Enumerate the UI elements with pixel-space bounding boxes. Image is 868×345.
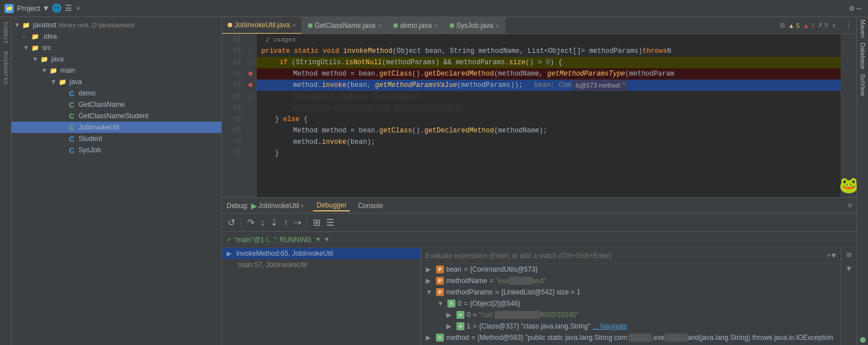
code-62-params: (Object bean, String methodName, List<Ob… <box>392 45 642 57</box>
project-label[interactable]: Project <box>17 4 40 13</box>
debug-layout-icon[interactable]: ⊞ <box>846 250 851 260</box>
stack-item-0[interactable]: ▶ invokeMethod:65, JobInvokeUtil <box>222 248 421 259</box>
tree-demo-label: demo <box>79 89 96 97</box>
debug-evaluate-btn[interactable]: ⊞ <box>312 216 322 229</box>
var-bean-expand[interactable]: ▶ <box>426 265 434 273</box>
debug-settings-btn[interactable]: ⚙ <box>848 201 852 210</box>
var-method[interactable]: ▶ ≡ method = {Method@583} "public static… <box>421 332 841 343</box>
thread-dropdown-btn[interactable]: ▼ <box>325 236 329 244</box>
line-68-gutter: 68 <box>222 114 256 125</box>
var-arr0-expand[interactable]: ▼ <box>437 300 445 307</box>
debug-resume-btn[interactable]: ↺ <box>227 216 236 229</box>
code-line-70: method.invoke(bean); <box>257 136 841 148</box>
var-cls-expand[interactable]: ▶ <box>446 322 454 330</box>
eval-add-btn[interactable]: + <box>826 251 831 260</box>
var-curl[interactable]: ▶ ≡ 0 = "curl 8000/33345" <box>421 309 841 321</box>
line-64-gutter: 64 ● <box>222 68 256 80</box>
tree-student[interactable]: C Student <box>11 133 221 144</box>
sidebar-commit-icon[interactable]: Commit <box>1 19 10 47</box>
minimize-icon[interactable]: — <box>857 4 861 13</box>
linenum-67: 67 <box>222 104 245 112</box>
var-class337[interactable]: ▶ ≡ 1 = {Class@337} "class java.lang.Str… <box>421 321 841 332</box>
eval-arrow-btn[interactable]: ▼ <box>832 251 836 260</box>
editor-area: JobInvokeUtil.java × GetClassName.java ×… <box>222 17 857 345</box>
tab-close-sj[interactable]: × <box>496 22 499 29</box>
debug-tab-close[interactable]: × <box>301 202 304 209</box>
tab-close-gcn[interactable]: × <box>378 22 381 29</box>
folder-main-icon: 📁 <box>49 66 58 75</box>
debug-step-out-btn[interactable]: ↑ <box>282 217 289 229</box>
tree-idea[interactable]: › 📁 .idea <box>11 31 221 42</box>
tab-label-jiu: JobInvokeUtil.java <box>235 21 290 29</box>
tree-demo[interactable]: C demo <box>11 88 221 99</box>
tab-more[interactable]: ⋮ <box>841 21 857 30</box>
tree-main[interactable]: ▼ 📁 main <box>11 65 221 76</box>
debug-more-icon[interactable]: ▼ <box>846 264 851 273</box>
linenum-62: 62 <box>222 47 245 55</box>
tab-jobinvokeutil[interactable]: JobInvokeUtil.java × <box>222 17 302 34</box>
var-methodparams[interactable]: ▼ P methodParams = {LinkedList@542} size… <box>421 286 841 298</box>
sidebar-database-label[interactable]: Database <box>859 43 866 69</box>
tree-getclassname[interactable]: C GetClassName <box>11 99 221 110</box>
tab-close-demo[interactable]: × <box>434 22 437 29</box>
debug-watch-btn[interactable]: ☰ <box>325 216 335 229</box>
debug-tab-console[interactable]: Console <box>355 201 386 211</box>
eval-bar: + ▼ <box>421 248 841 264</box>
var-curl-name: 0 <box>467 311 471 319</box>
var-cls-navigate[interactable]: ... Navigate <box>593 322 627 330</box>
folder-idea-icon: 📁 <box>31 32 40 41</box>
sidebar-bookmarks-icon[interactable]: Bookmarks <box>1 49 10 87</box>
tree-getclassnamestu[interactable]: C GetClassNameStudent <box>11 110 221 122</box>
code-line-69: Method method = bean.getClass().getDecla… <box>257 125 841 136</box>
gutter-63 <box>245 60 256 65</box>
linenum-61: 61 <box>222 36 245 44</box>
debug-force-step-btn[interactable]: ⇣ <box>269 216 279 229</box>
var-method-expand[interactable]: ▶ <box>426 334 434 342</box>
var-curl-expand[interactable]: ▶ <box>446 311 454 319</box>
tree-jobinvokeutil[interactable]: C JobInvokeUtil <box>11 122 221 133</box>
code-editor[interactable]: 2 usages private static void invokeMetho… <box>257 34 841 197</box>
tab-getclassname[interactable]: GetClassName.java × <box>302 17 388 34</box>
line-67-gutter: 67 <box>222 102 256 114</box>
tab-close-jiu[interactable]: × <box>292 22 295 28</box>
var-methodname[interactable]: ▶ P methodName = "exeand" <box>421 275 841 286</box>
debug-tab-debugger[interactable]: Debugger <box>313 200 350 211</box>
settings-icon[interactable]: ⚙ <box>849 3 854 13</box>
tab-label-demo: demo.java <box>400 22 431 30</box>
tree-sysjob[interactable]: C SysJob <box>11 144 221 156</box>
sidebar-maven-label[interactable]: Maven <box>859 19 866 38</box>
linenum-69: 69 <box>222 127 245 135</box>
tree-src[interactable]: ▼ 📁 src <box>11 42 221 53</box>
nav-icon-2[interactable]: ☰ <box>65 3 72 13</box>
debug-step-over-btn[interactable]: ↷ <box>246 216 256 229</box>
stack-item-1[interactable]: main:57, JobInvokeUtil <box>222 259 421 271</box>
var-mn-name: methodName <box>446 277 487 285</box>
var-arr0[interactable]: ▼ ≡ 0 = {Object[2]@546} <box>421 298 841 309</box>
thread-filter-btn[interactable]: ▼ <box>316 236 320 244</box>
var-bean[interactable]: ▶ P bean = {CommandUtils@573} <box>421 264 841 275</box>
var-mn-value: "exeand" <box>496 277 546 285</box>
tree-main-arrow: ▼ <box>41 66 49 74</box>
debug-tab-name[interactable]: ▶ JobInvokeUtil × <box>251 201 304 210</box>
tree-java-1[interactable]: ▼ 📁 java <box>11 53 221 65</box>
tab-sysjob[interactable]: SysJob.java × <box>444 17 505 34</box>
var-bean-value: {CommandUtils@573} <box>470 265 538 273</box>
eval-input[interactable] <box>426 252 826 260</box>
nav-icon-3[interactable]: ⚡ <box>76 3 80 13</box>
var-mn-expand[interactable]: ▶ <box>426 277 434 285</box>
tree-root[interactable]: ▼ 📁 javatest library root, D:\java\javat… <box>11 19 221 31</box>
tree-java-2[interactable]: ▼ 📁 java <box>11 76 221 88</box>
tab-demo[interactable]: demo.java × <box>388 17 444 34</box>
var-arr0-name: 0 <box>458 300 462 307</box>
debug-step-into-btn[interactable]: ↓ <box>259 217 266 229</box>
debug-run-cursor-btn[interactable]: ⇢ <box>293 216 302 229</box>
status-checks: ✗ 8 <box>818 22 828 29</box>
status-expand[interactable]: ∧ <box>832 22 836 29</box>
sidebar-sciview-label[interactable]: SciView <box>859 74 866 96</box>
project-dropdown[interactable]: ▼ <box>43 4 48 13</box>
code-line-64: Method method = bean.getClass().getDecla… <box>257 68 841 80</box>
var-mp-expand[interactable]: ▼ <box>426 288 434 296</box>
nav-icon-1[interactable]: 🌐 <box>52 3 61 13</box>
line-63-gutter: 63 <box>222 57 256 68</box>
tree-gcns-label: GetClassNameStudent <box>79 112 149 120</box>
